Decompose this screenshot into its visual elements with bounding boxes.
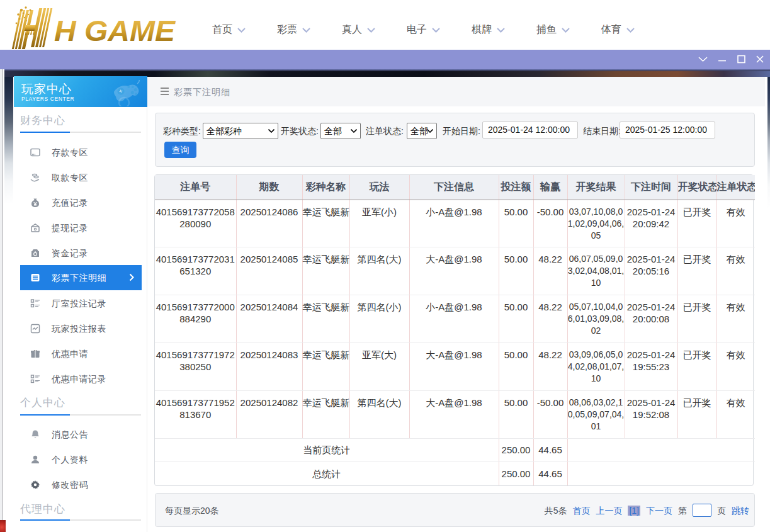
svg-text:H GAME: H GAME: [54, 14, 176, 47]
